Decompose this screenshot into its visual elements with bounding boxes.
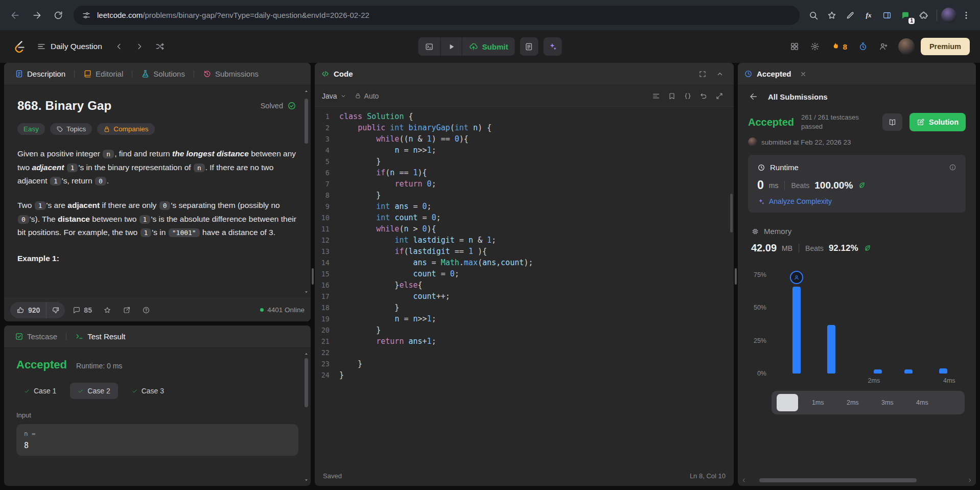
favorite-button[interactable] [100, 306, 115, 314]
like-button[interactable]: 920 [10, 302, 46, 318]
fx-extension-icon[interactable]: fx [860, 7, 877, 24]
premium-button[interactable]: Premium [921, 38, 970, 55]
undo-icon[interactable] [696, 88, 711, 103]
dislike-button[interactable] [46, 302, 65, 318]
daily-question-label: Daily Question [51, 42, 102, 51]
distribution-bar[interactable] [939, 368, 947, 374]
code-editor[interactable]: 1class Solution {2 public int binaryGap(… [315, 107, 734, 465]
solved-status: Solved [261, 101, 296, 110]
debug-console-button[interactable] [418, 37, 440, 56]
bookmark-icon[interactable] [664, 88, 679, 103]
expand-editor-icon[interactable] [712, 88, 727, 103]
panel-resize-handle-left[interactable] [312, 268, 314, 285]
braces-icon[interactable] [680, 88, 695, 103]
user-avatar[interactable] [898, 38, 915, 55]
run-button[interactable] [440, 37, 462, 56]
distribution-bar[interactable] [792, 287, 801, 374]
apps-grid-icon[interactable] [786, 38, 803, 55]
runtime-distribution-plot[interactable] [772, 268, 965, 374]
back-icon[interactable] [746, 89, 761, 104]
invite-user-button[interactable] [875, 38, 892, 55]
result-horizontal-scrollbar[interactable] [741, 477, 973, 484]
site-settings-icon[interactable] [82, 11, 91, 20]
format-code-icon[interactable] [648, 88, 663, 103]
scrollbar-thumb[interactable] [305, 358, 308, 407]
difficulty-badge[interactable]: Easy [17, 123, 45, 135]
comments-button[interactable]: 85 [69, 306, 96, 314]
random-problem-button[interactable] [151, 38, 169, 55]
memory-section[interactable]: Memory 42.09 MB Beats 92.12% [748, 227, 966, 254]
chart-x-axis: 2ms4ms [772, 374, 965, 385]
case-3-tab[interactable]: Case 3 [124, 383, 172, 399]
distribution-bar[interactable] [904, 369, 913, 374]
close-result-icon[interactable] [796, 66, 811, 82]
case-1-tab[interactable]: Case 1 [16, 383, 64, 399]
streak-counter[interactable]: 8 [827, 42, 851, 51]
scroll-down-icon[interactable] [304, 289, 309, 295]
notes-button[interactable] [520, 37, 538, 56]
browser-back-button[interactable] [5, 5, 26, 26]
scroll-up-icon[interactable] [304, 351, 309, 357]
browser-reload-button[interactable] [48, 5, 68, 26]
testcase-scrollbar[interactable] [303, 350, 310, 484]
scroll-down-icon[interactable] [304, 477, 309, 483]
language-selector[interactable]: Java [322, 92, 346, 100]
tab-test-result[interactable]: Test Result [71, 330, 130, 343]
leetcode-logo[interactable] [10, 37, 29, 56]
timer-button[interactable] [854, 38, 872, 55]
browser-forward-button[interactable] [27, 5, 47, 26]
your-submission-marker[interactable] [790, 271, 803, 284]
settings-gear-icon[interactable] [806, 38, 824, 55]
input-label: Input [16, 411, 298, 419]
runtime-card[interactable]: Runtime 0 ms Beats 100.00% Analyze Compl… [748, 155, 966, 213]
memory-value: 42.09 [751, 242, 777, 254]
topics-chip[interactable]: Topics [50, 123, 92, 135]
next-problem-button[interactable] [131, 38, 148, 55]
bookmark-star-icon[interactable] [823, 7, 841, 24]
chat-extension-icon[interactable]: 1 [897, 7, 914, 24]
beats-leaf-icon [858, 181, 866, 189]
solution-button[interactable]: Solution [909, 113, 966, 131]
description-scrollbar[interactable] [303, 87, 310, 296]
pencil-extension-icon[interactable] [842, 7, 859, 24]
share-button[interactable] [119, 306, 134, 314]
tab-testcase[interactable]: Testcase [10, 330, 62, 343]
tab-solutions[interactable]: Solutions [136, 67, 190, 81]
ai-assistant-button[interactable] [543, 37, 562, 56]
scroll-right-icon[interactable] [967, 477, 973, 483]
panel-resize-handle-right[interactable] [735, 268, 737, 285]
sparkle-icon [757, 198, 765, 205]
address-bar[interactable]: leetcode.com/problems/binary-gap/?envTyp… [74, 6, 800, 25]
daily-question-menu[interactable]: Daily Question [32, 38, 107, 55]
zoom-icon[interactable] [805, 7, 822, 24]
companies-chip[interactable]: Companies [97, 123, 154, 135]
scrollbar-thumb[interactable] [759, 478, 917, 482]
scroll-left-icon[interactable] [741, 477, 747, 483]
case-2-tab[interactable]: Case 2 [70, 383, 118, 399]
autocomplete-toggle[interactable]: Auto [355, 92, 379, 100]
editorial-shortcut-button[interactable] [882, 113, 902, 131]
tab-submissions[interactable]: Submissions [198, 67, 263, 81]
analyze-complexity-link[interactable]: Analyze Complexity [757, 197, 832, 205]
tab-description[interactable]: Description [10, 67, 70, 81]
input-box[interactable]: n = 8 [16, 424, 298, 456]
prev-problem-button[interactable] [110, 38, 128, 55]
distribution-bar[interactable] [874, 369, 882, 374]
tab-editorial[interactable]: Editorial [79, 67, 128, 81]
brush-selection[interactable] [777, 394, 798, 411]
chart-brush[interactable]: 1ms2ms3ms4ms [772, 391, 965, 414]
info-icon[interactable] [949, 164, 956, 171]
submit-button[interactable]: Submit [462, 37, 515, 56]
distribution-bar[interactable] [827, 325, 835, 374]
chevron-down-icon [340, 93, 346, 99]
extensions-puzzle-icon[interactable] [915, 7, 932, 24]
scroll-up-icon[interactable] [304, 88, 309, 94]
scrollbar-thumb[interactable] [305, 99, 308, 144]
fullscreen-icon[interactable] [695, 66, 710, 82]
editor-scrollbar-thumb[interactable] [730, 194, 733, 232]
browser-menu-icon[interactable] [958, 7, 975, 24]
browser-profile-avatar[interactable] [941, 8, 956, 23]
side-panel-icon[interactable] [878, 7, 896, 24]
feedback-button[interactable] [138, 306, 154, 314]
collapse-panel-icon[interactable] [712, 66, 728, 82]
